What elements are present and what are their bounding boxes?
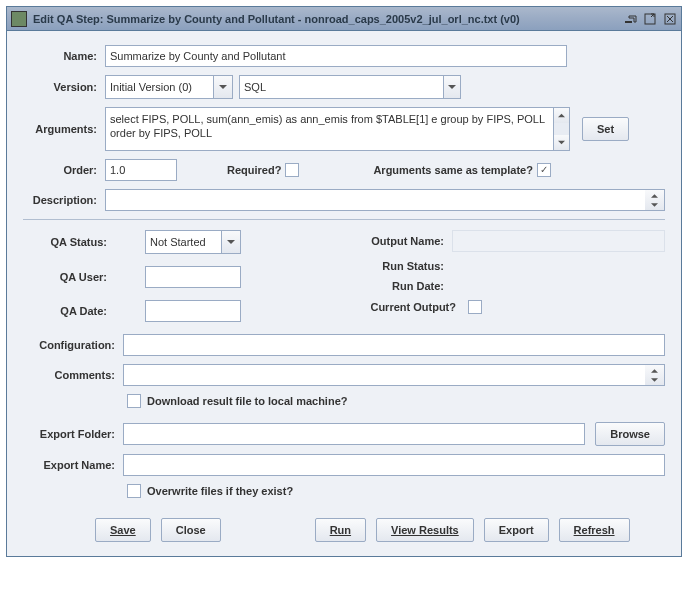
- current-output-label: Current Output?: [352, 301, 464, 313]
- name-input[interactable]: [105, 45, 567, 67]
- scrollbar[interactable]: [553, 107, 570, 151]
- version-label: Version:: [23, 81, 105, 93]
- run-button[interactable]: Run: [315, 518, 366, 542]
- overwrite-label: Overwrite files if they exist?: [147, 485, 293, 497]
- qa-user-label: QA User:: [23, 271, 115, 283]
- name-label: Name:: [23, 50, 105, 62]
- chevron-down-icon[interactable]: [443, 75, 461, 99]
- program-value[interactable]: [239, 75, 443, 99]
- minimize-icon[interactable]: [623, 12, 637, 26]
- qa-date-label: QA Date:: [23, 305, 115, 317]
- view-results-button[interactable]: View Results: [376, 518, 474, 542]
- qa-date-input[interactable]: [145, 300, 241, 322]
- export-folder-label: Export Folder:: [23, 428, 123, 440]
- overwrite-checkbox[interactable]: [127, 484, 141, 498]
- scroll-down-icon[interactable]: [554, 135, 569, 150]
- comments-input[interactable]: [123, 364, 645, 386]
- browse-button[interactable]: Browse: [595, 422, 665, 446]
- required-label: Required?: [227, 164, 281, 176]
- qa-status-label: QA Status:: [23, 236, 115, 248]
- args-same-label: Arguments same as template?: [373, 164, 533, 176]
- arguments-label: Arguments:: [23, 123, 105, 135]
- order-input[interactable]: [105, 159, 177, 181]
- window-title: Edit QA Step: Summarize by County and Po…: [33, 13, 617, 25]
- args-same-checkbox[interactable]: [537, 163, 551, 177]
- required-checkbox[interactable]: [285, 163, 299, 177]
- version-value[interactable]: [105, 75, 213, 99]
- run-date-label: Run Date:: [352, 280, 452, 292]
- version-combo[interactable]: [105, 75, 233, 99]
- save-button[interactable]: Save: [95, 518, 151, 542]
- export-folder-input[interactable]: [123, 423, 585, 445]
- refresh-button[interactable]: Refresh: [559, 518, 630, 542]
- run-status-label: Run Status:: [352, 260, 452, 272]
- download-label: Download result file to local machine?: [147, 395, 347, 407]
- dialog-window: Edit QA Step: Summarize by County and Po…: [6, 6, 682, 557]
- order-label: Order:: [23, 164, 105, 176]
- export-name-label: Export Name:: [23, 459, 123, 471]
- download-checkbox[interactable]: [127, 394, 141, 408]
- current-output-checkbox[interactable]: [468, 300, 482, 314]
- export-button[interactable]: Export: [484, 518, 549, 542]
- close-button[interactable]: Close: [161, 518, 221, 542]
- description-spinner[interactable]: [645, 189, 665, 211]
- scroll-up-icon[interactable]: [554, 108, 569, 123]
- configuration-label: Configuration:: [23, 339, 123, 351]
- description-input[interactable]: [105, 189, 645, 211]
- qa-user-input[interactable]: [145, 266, 241, 288]
- chevron-down-icon[interactable]: [221, 230, 241, 254]
- arguments-textarea[interactable]: select FIPS, POLL, sum(ann_emis) as ann_…: [105, 107, 553, 151]
- configuration-input[interactable]: [123, 334, 665, 356]
- app-icon: [11, 11, 27, 27]
- program-combo[interactable]: [239, 75, 461, 99]
- output-name-field: [452, 230, 665, 252]
- comments-spinner[interactable]: [645, 364, 665, 386]
- description-label: Description:: [23, 194, 105, 206]
- qa-status-combo[interactable]: [145, 230, 241, 254]
- comments-label: Comments:: [23, 369, 123, 381]
- maximize-icon[interactable]: [643, 12, 657, 26]
- set-button[interactable]: Set: [582, 117, 629, 141]
- qa-status-value[interactable]: [145, 230, 221, 254]
- close-icon[interactable]: [663, 12, 677, 26]
- titlebar[interactable]: Edit QA Step: Summarize by County and Po…: [7, 7, 681, 31]
- export-name-input[interactable]: [123, 454, 665, 476]
- output-name-label: Output Name:: [352, 235, 452, 247]
- chevron-down-icon[interactable]: [213, 75, 233, 99]
